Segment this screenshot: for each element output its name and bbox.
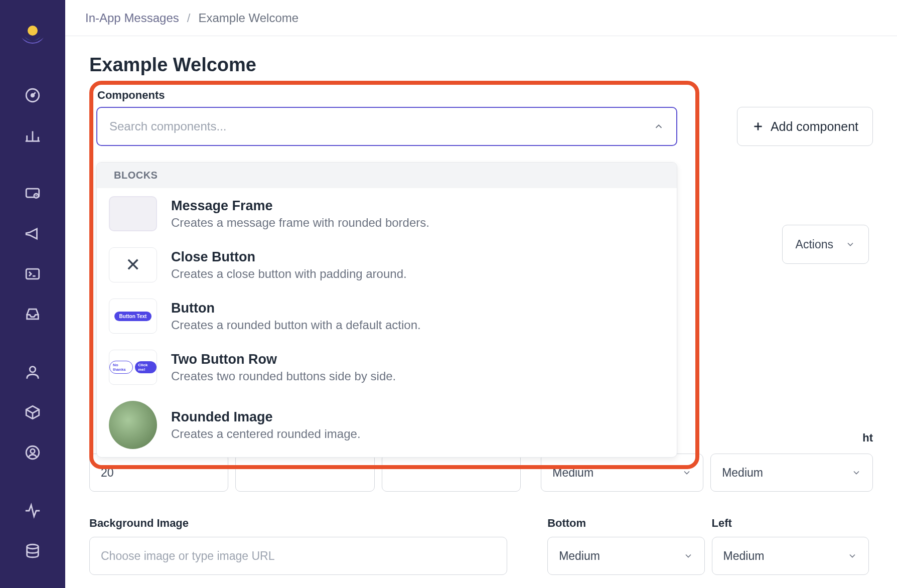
page-title: Example Welcome — [65, 36, 897, 89]
field-label-ht: ht — [862, 431, 873, 445]
block-name: Button — [171, 301, 421, 316]
chevron-down-icon — [683, 551, 693, 561]
nav-terminal[interactable] — [0, 256, 65, 292]
add-component-label: Add component — [771, 119, 858, 134]
gauge-icon — [24, 87, 41, 104]
pill-fill: Click me! — [135, 361, 157, 373]
components-label: Components — [97, 89, 674, 102]
chevron-up-icon — [653, 121, 664, 132]
breadcrumb-parent[interactable]: In-App Messages — [85, 11, 179, 25]
block-name: Two Button Row — [171, 352, 396, 367]
block-desc: Creates a message frame with rounded bor… — [171, 216, 429, 230]
field-peek-3[interactable] — [382, 454, 521, 492]
thumb-two-button: No thanks Click me! — [109, 350, 157, 385]
nav-packages[interactable] — [0, 394, 65, 430]
database-icon — [24, 542, 41, 559]
block-name: Rounded Image — [171, 409, 361, 425]
svg-line-3 — [33, 92, 36, 95]
field-peek-value[interactable]: 20 — [89, 454, 228, 492]
components-search[interactable] — [96, 107, 677, 146]
sidebar — [0, 0, 65, 588]
bg-image-input[interactable]: Choose image or type image URL — [89, 537, 507, 575]
x-icon: ✕ — [125, 254, 140, 275]
bg-image-label: Background Image — [89, 517, 507, 530]
components-dropdown: BLOCKS Message Frame Creates a message f… — [96, 162, 677, 458]
chevron-down-icon — [682, 468, 692, 478]
svg-point-10 — [36, 195, 37, 197]
thumb-close-button: ✕ — [109, 247, 157, 282]
svg-point-13 — [30, 367, 35, 372]
cube-icon — [24, 404, 41, 421]
plus-icon — [752, 120, 765, 133]
chevron-down-icon — [845, 239, 855, 249]
nav-users[interactable] — [0, 354, 65, 390]
inbox-icon — [24, 306, 41, 323]
chevron-down-icon — [847, 551, 857, 561]
user-circle-icon — [24, 444, 41, 461]
main-content: In-App Messages / Example Welcome Exampl… — [65, 0, 897, 588]
group-header: BLOCKS — [97, 163, 677, 188]
nav-analytics[interactable] — [0, 117, 65, 154]
block-desc: Creates a rounded button with a default … — [171, 318, 421, 332]
bar-chart-icon — [24, 127, 41, 144]
nav-inbox[interactable] — [0, 296, 65, 332]
pulse-icon — [24, 502, 41, 519]
search-input[interactable] — [109, 119, 653, 133]
actions-label: Actions — [796, 238, 833, 251]
actions-dropdown[interactable]: Actions — [782, 225, 869, 264]
svg-point-16 — [31, 449, 35, 454]
logo — [18, 10, 48, 63]
chevron-down-icon — [851, 468, 861, 478]
svg-point-0 — [28, 26, 38, 36]
svg-rect-11 — [26, 269, 39, 279]
field-peek-medium-2[interactable]: Medium — [710, 454, 873, 492]
message-view-icon — [24, 185, 41, 202]
nav-messages[interactable] — [0, 176, 65, 212]
block-name: Message Frame — [171, 198, 429, 214]
bottom-select[interactable]: Medium — [547, 537, 704, 575]
left-label: Left — [712, 517, 869, 530]
thumb-button: Button Text — [109, 299, 157, 334]
nav-dashboard[interactable] — [0, 77, 65, 113]
megaphone-icon — [24, 225, 41, 242]
nav-data[interactable] — [0, 533, 65, 569]
bottom-label: Bottom — [547, 517, 704, 530]
block-close-button[interactable]: ✕ Close Button Creates a close button wi… — [97, 239, 677, 290]
button-pill: Button Text — [114, 312, 152, 321]
nav-activity[interactable] — [0, 493, 65, 529]
thumb-rounded-image — [109, 401, 157, 449]
breadcrumb: In-App Messages / Example Welcome — [65, 0, 897, 36]
add-component-button[interactable]: Add component — [737, 107, 873, 146]
field-peek-medium-1[interactable]: Medium — [541, 454, 703, 492]
user-icon — [24, 364, 41, 381]
block-desc: Creates a close button with padding arou… — [171, 267, 407, 281]
breadcrumb-separator: / — [187, 11, 191, 25]
block-button[interactable]: Button Text Button Creates a rounded but… — [97, 290, 677, 342]
terminal-icon — [24, 265, 41, 282]
logo-icon — [18, 22, 48, 52]
block-two-button-row[interactable]: No thanks Click me! Two Button Row Creat… — [97, 342, 677, 393]
block-desc: Creates a centered rounded image. — [171, 427, 361, 441]
svg-point-17 — [27, 544, 39, 549]
block-message-frame[interactable]: Message Frame Creates a message frame wi… — [97, 188, 677, 239]
field-peek-2[interactable] — [235, 454, 374, 492]
nav-campaigns[interactable] — [0, 216, 65, 252]
thumb-message-frame — [109, 196, 157, 231]
block-rounded-image[interactable]: Rounded Image Creates a centered rounded… — [97, 393, 677, 457]
block-name: Close Button — [171, 249, 407, 265]
block-desc: Creates two rounded buttons side by side… — [171, 369, 396, 383]
pill-outline: No thanks — [109, 361, 133, 374]
left-select[interactable]: Medium — [712, 537, 869, 575]
breadcrumb-current: Example Welcome — [198, 11, 298, 25]
nav-account[interactable] — [0, 434, 65, 471]
